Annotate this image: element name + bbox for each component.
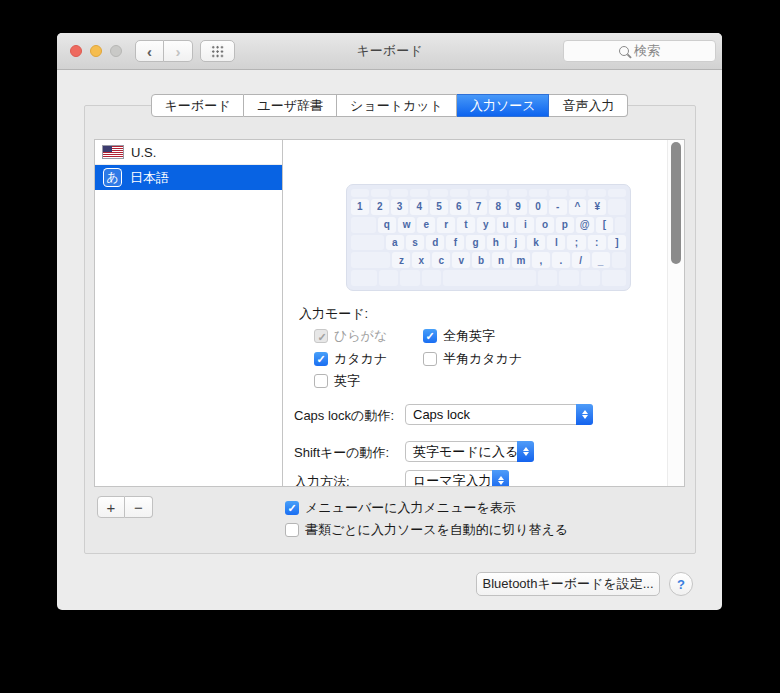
key-:: : [588, 235, 606, 251]
popup-arrows-icon [492, 470, 509, 487]
key-blank [379, 270, 399, 286]
checkbox-icon[interactable] [314, 352, 328, 366]
input-method-label: 入力方法: [294, 473, 350, 487]
key-blank [549, 189, 567, 197]
key-5: 5 [430, 199, 448, 215]
list-item-us[interactable]: U.S. [95, 140, 282, 165]
key-blank [400, 270, 420, 286]
tab-keyboard[interactable]: キーボード [151, 94, 245, 117]
key-blank [351, 252, 390, 268]
search-field[interactable]: 検索 [563, 40, 716, 62]
add-remove-buttons: + − [97, 496, 153, 518]
caps-lock-label: Caps lockの動作: [294, 407, 394, 425]
key-blank [351, 217, 376, 233]
key-blank [410, 189, 428, 197]
checkbox-show-input-menu[interactable]: メニューバーに入力メニューを表示 [285, 499, 516, 517]
input-source-list: U.S. あ 日本語 [94, 139, 283, 487]
key-blank [470, 189, 488, 197]
keyboard-row [351, 270, 626, 286]
checkbox-icon[interactable] [285, 523, 299, 537]
tab-bar: キーボード ユーザ辞書 ショートカット 入力ソース 音声入力 [57, 94, 722, 117]
key-8: 8 [489, 199, 507, 215]
key-@: @ [576, 217, 594, 233]
checkbox-auto-switch[interactable]: 書類ごとに入力ソースを自動的に切り替える [285, 521, 568, 539]
key-blank [443, 270, 535, 286]
key-1: 1 [351, 199, 369, 215]
key-^: ^ [569, 199, 587, 215]
shift-key-popup[interactable]: 英字モードに入る [405, 441, 534, 462]
key-blank [509, 189, 527, 197]
titlebar: ‹ › キーボード 検索 [57, 33, 722, 70]
key-blank [615, 217, 626, 233]
us-flag-icon [103, 146, 123, 158]
keyboard-row [351, 189, 626, 197]
key-b: b [472, 252, 490, 268]
key-7: 7 [470, 199, 488, 215]
key-blank [538, 270, 558, 286]
key-u: u [497, 217, 515, 233]
caps-lock-popup[interactable]: Caps lock [405, 404, 593, 425]
add-input-source-button[interactable]: + [97, 496, 125, 518]
input-method-popup[interactable]: ローマ字入力 [405, 470, 509, 487]
scrollbar[interactable] [667, 140, 684, 486]
key-q: q [378, 217, 396, 233]
key-l: l [547, 235, 565, 251]
key-blank [489, 189, 507, 197]
key-t: t [457, 217, 475, 233]
key-i: i [516, 217, 534, 233]
tab-input-sources[interactable]: 入力ソース [457, 94, 550, 117]
key-a: a [386, 235, 404, 251]
popup-arrows-icon [576, 404, 593, 425]
key-blank [608, 189, 626, 197]
tab-shortcuts[interactable]: ショートカット [337, 94, 457, 117]
key-blank [588, 189, 606, 197]
keyboard-row: qwertyuiop@[ [351, 217, 626, 233]
checkbox-katakana[interactable]: カタカナ [314, 350, 387, 368]
key-m: m [512, 252, 530, 268]
key-,: , [532, 252, 550, 268]
key-_: _ [592, 252, 610, 268]
key-blank [351, 189, 369, 197]
key-e: e [417, 217, 435, 233]
details-pane: 1234567890-^¥qwertyuiop@[asdfghjkl;:]zxc… [282, 139, 685, 487]
key-blank [391, 189, 409, 197]
key-z: z [392, 252, 410, 268]
key-blank [351, 235, 384, 251]
tab-dictation[interactable]: 音声入力 [549, 94, 628, 117]
key-3: 3 [391, 199, 409, 215]
checkbox-hankaku-katakana[interactable]: 半角カタカナ [423, 350, 522, 368]
key-w: w [398, 217, 416, 233]
keyboard-row: asdfghjkl;:] [351, 235, 626, 251]
setup-bluetooth-keyboard-button[interactable]: Bluetoothキーボードを設定... [476, 572, 660, 596]
shift-key-label: Shiftキーの動作: [294, 444, 389, 462]
key-]: ] [608, 235, 626, 251]
keyboard-preview: 1234567890-^¥qwertyuiop@[asdfghjkl;:]zxc… [346, 184, 631, 291]
checkbox-icon[interactable] [423, 329, 437, 343]
help-button[interactable]: ? [669, 572, 693, 596]
key-blank [450, 189, 468, 197]
scrollbar-thumb[interactable] [671, 142, 681, 264]
checkbox-icon[interactable] [314, 374, 328, 388]
checkbox-zenkaku-eiji[interactable]: 全角英字 [423, 327, 495, 345]
key-blank [529, 189, 547, 197]
source-label: U.S. [131, 145, 156, 160]
input-mode-label: 入力モード: [299, 305, 368, 323]
list-item-japanese[interactable]: あ 日本語 [95, 165, 282, 190]
key-h: h [487, 235, 505, 251]
key-blank [608, 199, 626, 215]
tab-user-dictionary[interactable]: ユーザ辞書 [244, 94, 337, 117]
checkbox-icon[interactable] [423, 352, 437, 366]
key-o: o [536, 217, 554, 233]
keyboard-row: zxcvbnm,./_ [351, 252, 626, 268]
key-9: 9 [509, 199, 527, 215]
search-icon [619, 46, 629, 56]
checkbox-icon[interactable] [285, 501, 299, 515]
key-y: y [477, 217, 495, 233]
key-blank [569, 189, 587, 197]
checkbox-eiji[interactable]: 英字 [314, 372, 360, 390]
key-c: c [432, 252, 450, 268]
remove-input-source-button[interactable]: − [125, 496, 153, 518]
key-d: d [426, 235, 444, 251]
key-p: p [556, 217, 574, 233]
key-blank [612, 252, 626, 268]
